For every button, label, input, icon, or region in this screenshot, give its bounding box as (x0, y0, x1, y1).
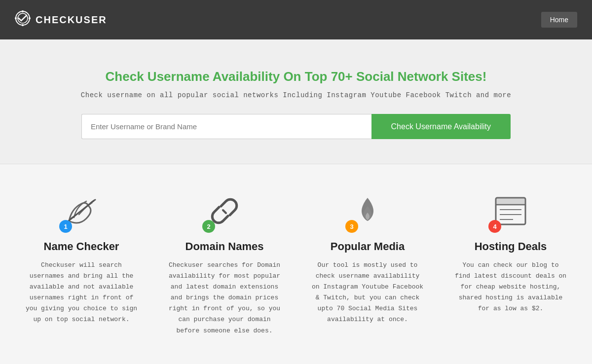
badge-4: 4 (488, 220, 501, 233)
badge-1: 1 (59, 220, 72, 233)
svg-point-5 (29, 17, 31, 19)
feature-title-1: Name Checker (25, 240, 138, 253)
icon-wrapper-2: 2 (205, 194, 244, 230)
svg-point-4 (15, 17, 17, 19)
icon-wrapper-4: 4 (491, 194, 530, 230)
hero-section: Check Username Availability On Top 70+ S… (0, 39, 592, 164)
brand: CHECKUSER (15, 10, 107, 30)
svg-point-3 (22, 24, 24, 26)
feature-card-2: 2 Domain Names Checkuser searches for Do… (158, 189, 291, 341)
feature-desc-1: Checkuser will search usernames and brin… (25, 260, 138, 326)
feature-title-3: Popular Media (311, 240, 424, 253)
search-button[interactable]: Check Username Availability (371, 114, 511, 139)
search-input[interactable] (81, 114, 371, 139)
feature-desc-2: Checkuser searches for Domain availabili… (168, 260, 281, 336)
badge-2: 2 (202, 220, 215, 233)
feature-card-1: 1 Name Checker Checkuser will search use… (15, 189, 148, 341)
features-grid: 1 Name Checker Checkuser will search use… (15, 189, 577, 341)
feature-card-4: 4 Hosting Deals You can check our blog t… (444, 189, 577, 341)
feature-card-3: 3 Popular Media Our tool is mostly used … (301, 189, 434, 341)
svg-rect-11 (496, 198, 525, 205)
hero-title: Check Username Availability On Top 70+ S… (10, 69, 582, 84)
search-row: Check Username Availability (81, 114, 511, 139)
hero-subtitle: Check username on all popular social net… (10, 91, 582, 99)
navbar: CHECKUSER Home (0, 0, 592, 39)
icon-wrapper-1: 1 (62, 194, 101, 230)
features-section: 1 Name Checker Checkuser will search use… (0, 164, 592, 364)
svg-point-2 (22, 10, 24, 12)
feature-desc-3: Our tool is mostly used to check usernam… (311, 260, 424, 326)
feature-desc-4: You can check our blog to find latest di… (454, 260, 567, 314)
home-button[interactable]: Home (541, 12, 577, 28)
brand-icon (15, 10, 31, 30)
feature-title-4: Hosting Deals (454, 240, 567, 253)
feature-title-2: Domain Names (168, 240, 281, 253)
brand-name: CHECKUSER (36, 14, 107, 26)
icon-wrapper-3: 3 (348, 194, 387, 230)
badge-3: 3 (345, 220, 358, 233)
